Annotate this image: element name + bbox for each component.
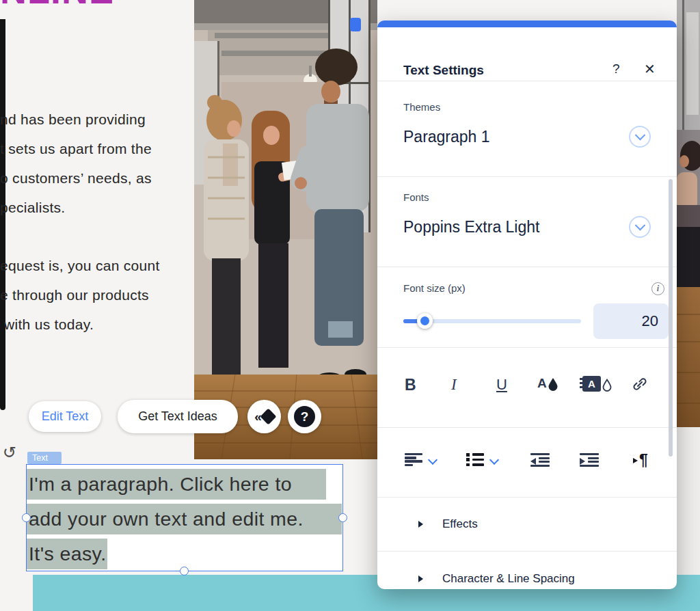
resize-handle-right[interactable]: [338, 513, 347, 522]
panel-scrollbar[interactable]: [669, 179, 673, 457]
divider: [377, 81, 677, 81]
text-color-drop-icon: [548, 378, 558, 391]
page-paragraph-line: o customers’ needs, as: [0, 170, 185, 187]
fonts-label: Fonts: [403, 191, 429, 203]
panel-drag-bar[interactable]: [377, 21, 677, 27]
indent-icon: [580, 453, 599, 467]
outdent-button[interactable]: [530, 453, 550, 467]
themes-dropdown-button[interactable]: [629, 126, 651, 148]
resize-handle-left[interactable]: [22, 513, 31, 522]
text-direction-icon: ¶: [633, 451, 648, 470]
page-right-sliver-photo: [677, 0, 700, 611]
text-direction-button[interactable]: ¶: [633, 451, 648, 470]
effects-label: Effects: [442, 517, 478, 531]
collapse-arrow-icon: [418, 575, 423, 582]
underline-button[interactable]: U: [496, 376, 507, 394]
divider: [377, 267, 677, 267]
chevron-down-icon: [428, 455, 438, 465]
editor-canvas: NLINE nd has been providing t sets us ap…: [0, 0, 700, 611]
divider: [377, 427, 677, 428]
outdent-icon: [530, 453, 550, 467]
text-color-button[interactable]: A: [537, 376, 558, 391]
rotate-handle-icon[interactable]: ↺: [1, 444, 18, 461]
highlighted-text-line: I'm a paragraph. Click here to: [27, 469, 326, 500]
alignment-button[interactable]: [405, 453, 436, 466]
page-paragraph-line: nd has been providing: [0, 111, 185, 128]
divider: [377, 347, 677, 348]
font-size-input[interactable]: 20: [593, 303, 669, 339]
office-photo: [194, 0, 377, 459]
text-settings-panel: Text Settings ? ✕ Themes Paragraph 1 Fon…: [377, 21, 677, 589]
close-icon[interactable]: ✕: [644, 61, 656, 77]
link-button[interactable]: [632, 376, 648, 392]
themes-value: Paragraph 1: [403, 128, 490, 146]
chevron-down-icon: [634, 129, 645, 140]
italic-button[interactable]: I: [451, 376, 457, 394]
fonts-value: Poppins Extra Light: [403, 218, 539, 236]
collapse-arrow-icon: [418, 521, 423, 528]
fonts-dropdown-button[interactable]: [629, 216, 651, 238]
effects-section-toggle[interactable]: Effects: [377, 506, 677, 543]
bold-button[interactable]: B: [405, 376, 416, 394]
text-color-letter: A: [537, 376, 547, 391]
highlighted-text-line: add your own text and edit me.: [27, 504, 342, 534]
help-button[interactable]: ?: [288, 400, 321, 433]
spacing-label: Character & Line Spacing: [442, 572, 575, 586]
page-heading-fragment: NLINE: [0, 0, 150, 12]
bullet-list-icon: [466, 453, 484, 466]
font-size-slider-knob[interactable]: [417, 313, 433, 329]
ai-text-creator-button[interactable]: «: [247, 400, 281, 433]
link-icon: [632, 376, 648, 392]
page-paragraph-line: with us today.: [4, 316, 189, 333]
get-text-ideas-button[interactable]: Get Text Ideas: [118, 400, 238, 433]
chevron-down-icon: [634, 219, 645, 230]
indent-button[interactable]: [580, 453, 599, 467]
info-icon[interactable]: i: [651, 282, 664, 295]
question-mark-icon: ?: [294, 406, 315, 427]
list-button[interactable]: [466, 453, 498, 466]
font-size-label: Font size (px): [403, 282, 466, 294]
chevron-down-icon: [489, 455, 499, 465]
selected-text-element[interactable]: I'm a paragraph. Click here to add your …: [26, 464, 343, 571]
divider: [377, 551, 677, 552]
element-type-tag: Text: [27, 452, 62, 464]
highlight-color-button[interactable]: A: [582, 376, 612, 392]
align-left-icon: [405, 453, 422, 466]
panel-title: Text Settings: [403, 63, 484, 78]
panel-help-icon[interactable]: ?: [612, 62, 620, 77]
highlight-icon: A: [582, 376, 601, 392]
page-paragraph-line: t sets us apart from the: [0, 141, 185, 157]
page-paragraph-line: equest is, you can count: [0, 258, 185, 274]
resize-handle-bottom[interactable]: [180, 567, 189, 575]
spacing-section-toggle[interactable]: Character & Line Spacing: [377, 560, 677, 597]
divider: [377, 176, 677, 177]
themes-label: Themes: [403, 101, 440, 113]
page-paragraph-line: pecialists.: [0, 200, 185, 216]
ai-icon: «: [254, 410, 274, 423]
divider: [377, 497, 677, 498]
page-paragraph-line: e through our products: [0, 287, 185, 303]
edit-text-button[interactable]: Edit Text: [29, 401, 101, 432]
highlighted-text-line: It's easy.: [27, 539, 107, 569]
highlight-drop-icon: [602, 379, 612, 392]
